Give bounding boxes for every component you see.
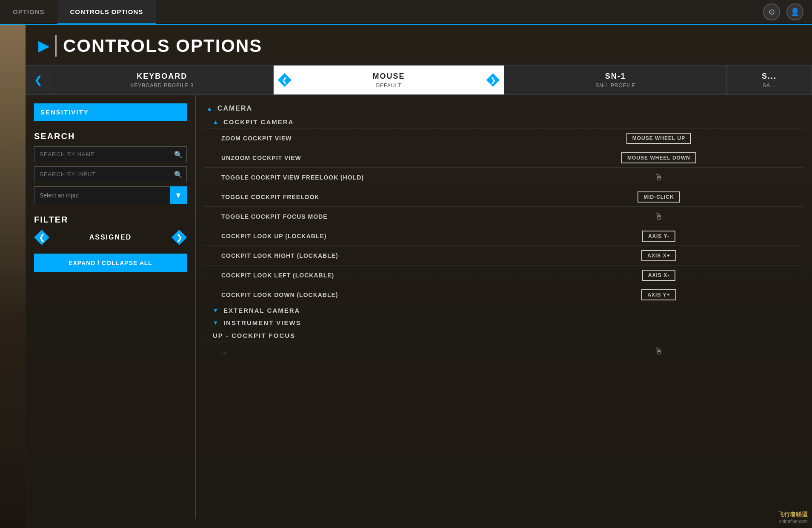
table-row: COCKPIT LOOK DOWN (LOCKABLE) AXIS Y+ (204, 285, 803, 304)
tab-controls-options[interactable]: CONTROLS OPTIONS (57, 0, 156, 25)
tab-sa[interactable]: S... SA... (727, 66, 812, 94)
mouse-cursor-icon: 🖱 (654, 172, 663, 183)
up-cockpit-label: UP - COCKPIT FOCUS (213, 332, 295, 339)
subcategory-instrument-arrow-icon: ▼ (213, 320, 219, 326)
sa-tab-label: S... (762, 72, 777, 81)
sn1-tab-label: SN-1 (605, 72, 626, 81)
subcategory-external-arrow-icon: ▼ (213, 307, 219, 314)
table-row: COCKPIT LOOK UP (LOCKABLE) AXIS Y- (204, 226, 803, 245)
tabs-scroll-left-button[interactable]: ❮ (26, 66, 51, 94)
table-row-partial: ... 🖱 (204, 342, 803, 361)
look-up-binding-tag: AXIS Y- (642, 231, 675, 242)
partial-binding-cell[interactable]: 🖱 (616, 346, 701, 357)
sensitivity-button[interactable]: SENSITIVITY (34, 103, 187, 121)
control-toggle-freelook-hold-label: TOGGLE COCKPIT VIEW FREELOOK (HOLD) (221, 174, 616, 181)
control-look-left-label: COCKPIT LOOK LEFT (LOCKABLE) (221, 272, 616, 279)
watermark-text: 飞行者联盟 (778, 511, 808, 519)
expand-collapse-button[interactable]: EXPAND / COLLAPSE ALL (34, 254, 187, 272)
keyboard-tab-sublabel: KEYBOARD PROFILE 3 (130, 83, 194, 88)
look-left-primary-binding[interactable]: AXIS X- (616, 270, 701, 281)
chevron-left-icon: ❮ (34, 74, 43, 86)
look-right-primary-binding[interactable]: AXIS X+ (616, 250, 701, 261)
filter-value: ASSIGNED (49, 234, 172, 241)
mouse-cursor-icon-2: 🖱 (654, 211, 663, 222)
control-unzoom-cockpit-label: UNZOOM COCKPIT VIEW (221, 154, 616, 161)
subcategory-cockpit-camera[interactable]: ▲ COCKPIT CAMERA (204, 116, 803, 128)
tab-controls-options-label: CONTROLS OPTIONS (70, 8, 143, 15)
subcategory-external-label: EXTERNAL CAMERA (223, 307, 300, 314)
mouse-profile-next-button[interactable]: ❯ (486, 73, 500, 87)
control-toggle-freelook-label: TOGGLE COCKPIT FREELOOK (221, 194, 616, 200)
sn1-tab-sublabel: SN-1 PROFILE (595, 83, 635, 88)
mouse-tab-sublabel: DEFAULT (376, 83, 401, 88)
look-down-primary-binding[interactable]: AXIS Y+ (616, 289, 701, 300)
mouse-tab-center: MOUSE DEFAULT (373, 72, 405, 88)
toggle-freelook-binding-tag: MID-CLICK (638, 191, 680, 203)
filter-nav: ❮ ASSIGNED ❯ (34, 230, 187, 245)
search-name-icon: 🔍 (174, 150, 183, 158)
watermark: 飞行者联盟 chinaflier.com (778, 511, 808, 524)
header-chevron-icon: ▶ (38, 38, 49, 54)
search-by-input-input[interactable] (34, 166, 187, 182)
subcategory-external-camera[interactable]: ▼ EXTERNAL CAMERA (204, 304, 803, 317)
filter-prev-button[interactable]: ❮ (34, 230, 49, 245)
mouse-tab-label: MOUSE (373, 72, 405, 81)
look-up-primary-binding[interactable]: AXIS Y- (616, 231, 701, 242)
subcategory-cockpit-arrow-icon: ▲ (213, 119, 219, 125)
control-zoom-cockpit-label: ZOOM COCKPIT VIEW (221, 135, 616, 142)
profile-icon-button[interactable]: 👤 (786, 3, 803, 20)
filter-prev-icon: ❮ (39, 233, 45, 242)
partial-mouse-icon: 🖱 (654, 346, 663, 357)
tab-keyboard[interactable]: KEYBOARD KEYBOARD PROFILE 3 (51, 66, 274, 94)
partial-control-label: ... (221, 348, 616, 355)
select-input-dropdown[interactable]: Select an input (34, 186, 187, 204)
table-row: TOGGLE COCKPIT FREELOOK MID-CLICK (204, 187, 803, 206)
unzoom-cockpit-binding-tag: MOUSE WHEEL DOWN (621, 152, 696, 163)
main-panel: ▶ CONTROLS OPTIONS ❮ KEYBOARD KEYBOARD P… (26, 23, 812, 528)
zoom-cockpit-binding-tag: MOUSE WHEEL UP (626, 133, 691, 144)
chevron-left-icon: ❮ (282, 76, 287, 84)
look-right-binding-tag: AXIS X+ (641, 250, 676, 261)
profile-tabs: ❮ KEYBOARD KEYBOARD PROFILE 3 ❮ MOUSE DE… (26, 65, 812, 95)
control-look-down-label: COCKPIT LOOK DOWN (LOCKABLE) (221, 291, 616, 298)
filter-section: FILTER ❮ ASSIGNED ❯ (34, 215, 187, 245)
category-camera[interactable]: ▲ CAMERA (204, 101, 803, 116)
chevron-right-icon: ❯ (490, 76, 496, 84)
toggle-focus-primary-binding[interactable]: 🖱 (616, 211, 701, 222)
select-input-wrapper: Select an input ▼ (34, 186, 187, 204)
mouse-profile-prev-button[interactable]: ❮ (278, 73, 292, 87)
achievements-icon-button[interactable]: ⊙ (763, 3, 780, 20)
look-down-binding-tag: AXIS Y+ (641, 289, 676, 300)
watermark-subtext: chinaflier.com (778, 519, 808, 524)
search-section-label: SEARCH (34, 131, 187, 141)
category-camera-label: CAMERA (217, 105, 252, 112)
filter-next-button[interactable]: ❯ (172, 230, 187, 245)
toggle-freelook-primary-binding[interactable]: MID-CLICK (616, 191, 701, 203)
subcategory-instrument-label: INSTRUMENT VIEWS (223, 319, 301, 326)
control-look-right-label: COCKPIT LOOK RIGHT (LOCKABLE) (221, 252, 616, 259)
tab-mouse[interactable]: ❮ MOUSE DEFAULT ❯ (274, 66, 505, 94)
search-by-name-input[interactable] (34, 146, 187, 162)
unzoom-cockpit-primary-binding[interactable]: MOUSE WHEEL DOWN (616, 152, 701, 163)
table-row: UNZOOM COCKPIT VIEW MOUSE WHEEL DOWN (204, 148, 803, 167)
control-toggle-focus-label: TOGGLE COCKPIT FOCUS MODE (221, 213, 616, 220)
tab-sn1[interactable]: SN-1 SN-1 PROFILE (504, 66, 727, 94)
achievements-icon: ⊙ (769, 7, 775, 17)
zoom-cockpit-primary-binding[interactable]: MOUSE WHEEL UP (616, 133, 701, 144)
tab-options-label: OPTIONS (13, 8, 45, 15)
table-row: TOGGLE COCKPIT VIEW FREELOOK (HOLD) 🖱 (204, 167, 803, 187)
table-row: COCKPIT LOOK LEFT (LOCKABLE) AXIS X- (204, 265, 803, 285)
toggle-freelook-hold-primary-binding[interactable]: 🖱 (616, 172, 701, 183)
table-row: COCKPIT LOOK RIGHT (LOCKABLE) AXIS X+ (204, 245, 803, 265)
sidebar: SENSITIVITY SEARCH 🔍 🔍 Select an input ▼ (26, 95, 196, 519)
filter-label: FILTER (34, 215, 187, 225)
search-by-name-wrapper: 🔍 (34, 146, 187, 162)
header-divider (55, 35, 57, 57)
tab-options[interactable]: OPTIONS (0, 0, 57, 25)
subcategory-cockpit-label: COCKPIT CAMERA (223, 118, 294, 126)
profile-icon: 👤 (790, 7, 800, 17)
subcategory-instrument-views[interactable]: ▼ INSTRUMENT VIEWS (204, 317, 803, 329)
search-by-input-wrapper: 🔍 (34, 166, 187, 182)
subcategory-up-cockpit-focus[interactable]: UP - COCKPIT FOCUS (204, 329, 803, 342)
page-header: ▶ CONTROLS OPTIONS (26, 23, 812, 65)
